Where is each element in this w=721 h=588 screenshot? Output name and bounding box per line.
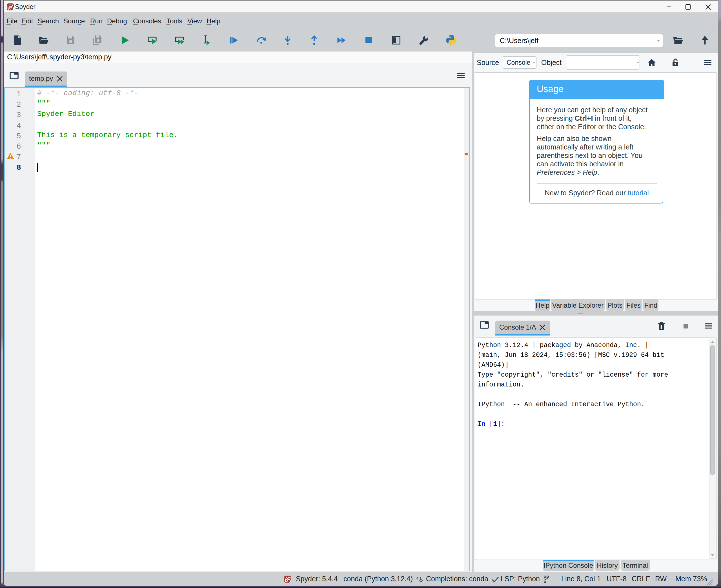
svg-text:s: s [11,6,13,11]
svg-text:s: s [288,579,291,583]
